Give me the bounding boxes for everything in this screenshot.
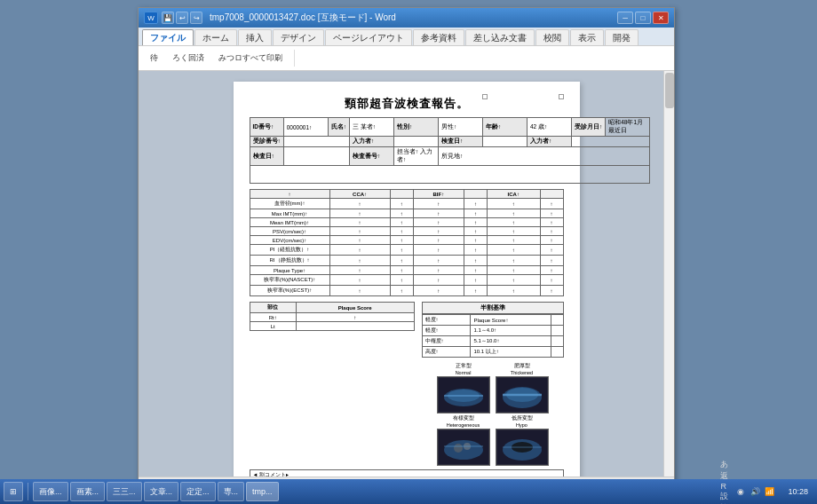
- reference-section: 半割基準 軽度↑ Plaque Score↑ 軽度↑ 1.1～4.0↑: [422, 302, 564, 466]
- corner-marker-tr: [559, 94, 564, 99]
- tab-file[interactable]: ファイル: [142, 29, 194, 45]
- table-row: PI（経抵抗数）↑ ↑↑ ↑↑ ↑↑: [250, 245, 563, 256]
- redo-qa-btn[interactable]: ↪: [190, 12, 202, 24]
- tab-mailings[interactable]: 差し込み文書: [465, 29, 535, 45]
- ref-high-range: [551, 347, 563, 358]
- taskbar-sep-1: [28, 483, 28, 500]
- ultrasound-images-section: 正常型 Normal: [422, 361, 564, 466]
- word-window: W 💾 ↩ ↪ tmp7008_0000013427.doc [互換モード] -…: [138, 7, 675, 493]
- ref-mild-range: [551, 315, 563, 326]
- taskbar-btn-4[interactable]: 文章...: [144, 482, 179, 501]
- tab-review[interactable]: 校閲: [535, 29, 569, 45]
- img-hypo-frame: [496, 429, 549, 466]
- tray-icon-2: ◉: [734, 485, 747, 498]
- row-vasdia-label: 血管径(mm)↑: [250, 199, 329, 209]
- tab-design[interactable]: デザイン: [273, 29, 324, 45]
- start-button[interactable]: ⊞: [4, 482, 23, 501]
- clock-display: 10:28: [782, 487, 813, 496]
- page-title: 頸部超音波検査報告。: [250, 96, 564, 112]
- document-area: 頸部超音波検査報告。 ID番号↑ 0000001↑ 氏名↑ 三 某者↑ 性別↑ …: [139, 71, 674, 476]
- ref-mild-value: Plaque Score↑: [471, 315, 551, 326]
- comment-footer: ◄ 割コメント▸: [250, 469, 564, 476]
- ref-high-value: 10.1 以上↑: [471, 347, 551, 358]
- img-normal-frame: [437, 376, 490, 413]
- row-ri-label: RI（静抵抗数）↑: [250, 256, 329, 266]
- minimize-button[interactable]: ─: [617, 12, 633, 24]
- scrollbar-thumb[interactable]: [665, 73, 674, 108]
- plaque-row-lt: Lt: [250, 322, 414, 331]
- ribbon-commands: 待 ろく回済 みつロすべて印刷: [139, 45, 674, 70]
- ica-vasdia: ↑: [487, 199, 540, 209]
- exam-num-value: [283, 137, 349, 147]
- ribbon-btn-1[interactable]: 待: [144, 50, 164, 67]
- taskbar-btn-3[interactable]: 三三...: [107, 482, 142, 501]
- col-ica-header: ICA↑: [487, 190, 540, 199]
- tab-home[interactable]: ホーム: [194, 29, 237, 45]
- ref-mild2-label: 軽度↑: [422, 326, 471, 336]
- img-box-normal: 正常型 Normal: [436, 363, 491, 413]
- restore-button[interactable]: □: [635, 12, 651, 24]
- img-thickened-label-bot: Thickened: [511, 370, 533, 375]
- exam-num-label: 受診番号↑: [250, 137, 283, 147]
- sex-value: 男性↑: [439, 118, 483, 137]
- ref-mid-range: [551, 336, 563, 347]
- table-row: PSV(cm/sec)↑ ↑↑ ↑↑ ↑↑: [250, 227, 563, 236]
- ref-mid-label: 中権度↑: [422, 336, 471, 347]
- sex-label: 性別↑: [394, 118, 439, 137]
- row-meanimt-label: Mean IMT(mm)↑: [250, 218, 329, 227]
- taskbar-btn-word[interactable]: tmp...: [246, 482, 279, 501]
- tab-insert[interactable]: 挿入: [238, 29, 272, 45]
- row-ecst-label: 狭窄率(%)(ECST)↑: [250, 286, 329, 296]
- img-thickened-label-top: 肥厚型: [514, 363, 530, 369]
- tab-pagelayout[interactable]: ページレイアウト: [325, 29, 412, 45]
- exam-num2-value: [572, 137, 650, 147]
- comment-area: [250, 166, 650, 184]
- input-person-label: 入力者↑: [350, 137, 394, 147]
- taskbar-btn-2[interactable]: 画素...: [70, 482, 106, 501]
- taskbar-btn-1[interactable]: 画像...: [33, 482, 68, 501]
- col-bif-header: BIF↑: [413, 190, 464, 199]
- vertical-scrollbar[interactable]: [663, 71, 674, 476]
- bif-vasdia: ↑: [413, 199, 464, 209]
- plaque-left-section: 部位 Plaque Score Rt↑ ↑ Lt: [250, 302, 415, 466]
- col-cca-header: CCA↑: [329, 190, 390, 199]
- row-psv-label: PSV(cm/sec)↑: [250, 227, 329, 236]
- exam-num2-label: 入力者↑: [527, 137, 572, 147]
- ref-mild2-value: 1.1～4.0↑: [471, 326, 551, 336]
- undo-qa-btn[interactable]: ↩: [176, 12, 188, 24]
- img-box-hypo: 低所変型 Hypo: [495, 415, 550, 466]
- plaque-lt-score: [296, 322, 414, 331]
- taskbar-left: ⊞ 画像... 画素... 三三... 文章... 定定... 専... tmp…: [4, 482, 279, 501]
- examnum3-value: 担当者↑ 入力者↑: [394, 147, 439, 166]
- ribbon-btn-3[interactable]: みつロすべて印刷: [212, 50, 289, 67]
- tray-icon-1: あ 返R 設施り: [720, 485, 733, 498]
- close-button[interactable]: ✕: [653, 12, 669, 24]
- table-row: Plaque Type↑ ↑↑ ↑↑ ↑↑: [250, 266, 563, 275]
- tab-references[interactable]: 参考資料: [413, 29, 464, 45]
- title-bar: W 💾 ↩ ↪ tmp7008_0000013427.doc [互換モード] -…: [139, 8, 674, 28]
- ref-mild2-range: [551, 326, 563, 336]
- save-qa-btn[interactable]: 💾: [162, 12, 174, 24]
- id-label: ID番号↑: [250, 118, 283, 137]
- taskbar-btn-5[interactable]: 定定...: [180, 482, 216, 501]
- img-normal-label-top: 正常型: [456, 363, 472, 369]
- ref-table: 軽度↑ Plaque Score↑ 軽度↑ 1.1～4.0↑ 中権度↑ 5.1～…: [422, 314, 564, 358]
- table-row: 狭窄率(%)(ECST)↑ ↑↑ ↑↑ ↑↑: [250, 286, 563, 296]
- table-row: Mean IMT(mm)↑ ↑↑ ↑↑ ↑↑: [250, 218, 563, 227]
- patient-info-table: ID番号↑ 0000001↑ 氏名↑ 三 某者↑ 性別↑ 男性↑ 年齢↑ 42 …: [250, 117, 651, 184]
- tray-icon-3: 🔊: [749, 485, 761, 498]
- table-row: 狭窄率(%)(NASCET)↑ ↑↑ ↑↑ ↑↑: [250, 275, 563, 286]
- id-value: 0000001↑: [283, 118, 328, 137]
- ref-row-mild: 軽度↑ Plaque Score↑: [422, 315, 563, 326]
- exam-date-label: 検査日↑: [439, 137, 483, 147]
- tab-dev[interactable]: 開発: [605, 29, 639, 45]
- taskbar-right: あ 返R 設施り ◉ 🔊 📶 10:28: [717, 485, 813, 498]
- exam3-value: [283, 147, 349, 166]
- ribbon-tab-bar: ファイル ホーム 挿入 デザイン ページレイアウト 参考資料 差し込み文書 校閲…: [139, 28, 674, 45]
- tab-view[interactable]: 表示: [570, 29, 604, 45]
- row-plaquetype-label: Plaque Type↑: [250, 266, 329, 275]
- ref-row-mild2: 軽度↑ 1.1～4.0↑: [422, 326, 563, 336]
- ref-section-title: 半割基準: [422, 302, 564, 314]
- taskbar-btn-6[interactable]: 専...: [218, 482, 245, 501]
- ribbon-btn-2[interactable]: ろく回済: [166, 50, 210, 67]
